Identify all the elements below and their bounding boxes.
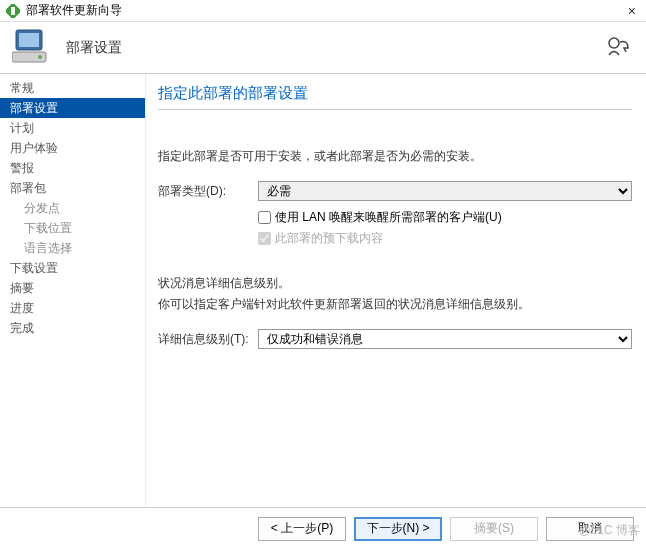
banner: 部署设置 xyxy=(0,22,646,74)
predownload-checkbox xyxy=(258,232,271,245)
wizard-icon xyxy=(6,4,20,18)
intro-text: 指定此部署是否可用于安装，或者此部署是否为必需的安装。 xyxy=(158,148,632,165)
next-button[interactable]: 下一步(N) > xyxy=(354,517,442,541)
sidebar-item-8[interactable]: 语言选择 xyxy=(0,238,145,258)
sidebar-item-1[interactable]: 部署设置 xyxy=(0,98,145,118)
sidebar-item-3[interactable]: 用户体验 xyxy=(0,138,145,158)
content-pane: 指定此部署的部署设置 指定此部署是否可用于安装，或者此部署是否为必需的安装。 部… xyxy=(145,74,646,507)
wol-checkbox[interactable] xyxy=(258,211,271,224)
sidebar-item-9[interactable]: 下载设置 xyxy=(0,258,145,278)
svg-point-6 xyxy=(609,38,619,48)
divider xyxy=(158,109,632,110)
sidebar-item-5[interactable]: 部署包 xyxy=(0,178,145,198)
sidebar-item-10[interactable]: 摘要 xyxy=(0,278,145,298)
status-heading: 状况消息详细信息级别。 xyxy=(158,275,632,292)
status-desc: 你可以指定客户端针对此软件更新部署返回的状况消息详细信息级别。 xyxy=(158,296,632,313)
window-title: 部署软件更新向导 xyxy=(26,2,624,19)
sidebar-item-4[interactable]: 警报 xyxy=(0,158,145,178)
svg-rect-1 xyxy=(11,7,15,15)
footer: < 上一步(P) 下一步(N) > 摘要(S) 取消 xyxy=(0,507,646,549)
close-icon[interactable]: × xyxy=(624,3,640,19)
banner-title: 部署设置 xyxy=(66,39,122,57)
summary-button: 摘要(S) xyxy=(450,517,538,541)
svg-point-5 xyxy=(38,55,42,59)
sidebar-item-0[interactable]: 常规 xyxy=(0,78,145,98)
assist-icon[interactable] xyxy=(606,36,630,61)
deploy-type-label: 部署类型(D): xyxy=(158,183,258,200)
cancel-button[interactable]: 取消 xyxy=(546,517,634,541)
detail-level-label: 详细信息级别(T): xyxy=(158,331,258,348)
sidebar-item-6[interactable]: 分发点 xyxy=(0,198,145,218)
deploy-type-row: 部署类型(D): 必需 xyxy=(158,181,632,201)
sidebar-item-11[interactable]: 进度 xyxy=(0,298,145,318)
sidebar-item-7[interactable]: 下载位置 xyxy=(0,218,145,238)
svg-rect-3 xyxy=(19,33,39,47)
titlebar: 部署软件更新向导 × xyxy=(0,0,646,22)
computer-icon xyxy=(12,28,52,67)
sidebar-item-2[interactable]: 计划 xyxy=(0,118,145,138)
wol-row: 使用 LAN 唤醒来唤醒所需部署的客户端(U) xyxy=(258,209,632,226)
predownload-label: 此部署的预下载内容 xyxy=(275,230,383,247)
detail-level-row: 详细信息级别(T): 仅成功和错误消息 xyxy=(158,329,632,349)
sidebar-item-12[interactable]: 完成 xyxy=(0,318,145,338)
page-heading: 指定此部署的部署设置 xyxy=(158,84,632,103)
predownload-row: 此部署的预下载内容 xyxy=(258,230,632,247)
wol-label: 使用 LAN 唤醒来唤醒所需部署的客户端(U) xyxy=(275,209,502,226)
prev-button[interactable]: < 上一步(P) xyxy=(258,517,346,541)
deploy-type-select[interactable]: 必需 xyxy=(258,181,632,201)
detail-level-select[interactable]: 仅成功和错误消息 xyxy=(258,329,632,349)
sidebar: 常规部署设置计划用户体验警报部署包分发点下载位置语言选择下载设置摘要进度完成 xyxy=(0,74,145,507)
